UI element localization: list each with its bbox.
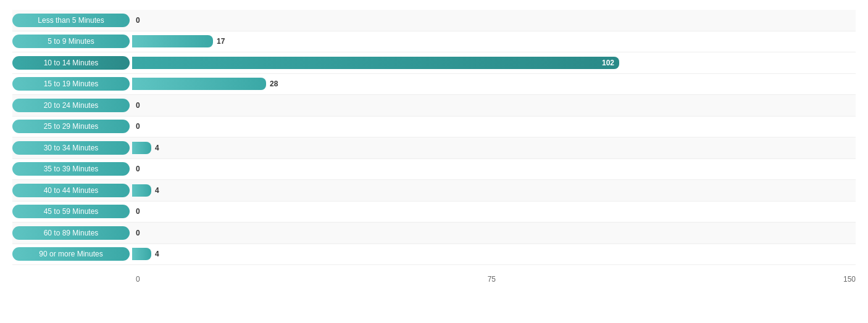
bar-value: 0 bbox=[136, 207, 140, 216]
bar-row: 35 to 39 Minutes 0 bbox=[12, 159, 856, 181]
bar-section: 0 bbox=[130, 10, 856, 30]
bar-label-pill: 40 to 44 Minutes bbox=[12, 184, 130, 197]
bar-section: 4 bbox=[130, 181, 856, 200]
bar-value: 4 bbox=[155, 186, 159, 195]
bar-row: 25 to 29 Minutes 0 bbox=[12, 117, 856, 138]
bar-fill bbox=[132, 35, 213, 47]
bar-value: 0 bbox=[136, 122, 140, 131]
bar-row: 10 to 14 Minutes 102 bbox=[12, 52, 856, 74]
chart-area: Less than 5 Minutes 0 5 to 9 Minutes 17 … bbox=[12, 10, 856, 284]
bar-row: 90 or more Minutes 4 bbox=[12, 244, 856, 266]
bar-fill bbox=[132, 184, 151, 197]
bar-row: 5 to 9 Minutes 17 bbox=[12, 31, 856, 53]
bar-section: 0 bbox=[130, 117, 856, 137]
bar-row: 15 to 19 Minutes 28 bbox=[12, 74, 856, 96]
bar-value: 17 bbox=[217, 37, 225, 46]
bar-label-pill: Less than 5 Minutes bbox=[12, 14, 130, 27]
bar-fill: 102 bbox=[132, 57, 619, 69]
bar-label-pill: 5 to 9 Minutes bbox=[12, 35, 130, 48]
bar-fill bbox=[132, 142, 151, 154]
bar-section: 0 bbox=[130, 96, 856, 115]
bar-fill bbox=[132, 248, 151, 260]
bar-row: 20 to 24 Minutes 0 bbox=[12, 95, 856, 117]
bar-label-pill: 60 to 89 Minutes bbox=[12, 226, 130, 240]
bar-section: 0 bbox=[130, 160, 856, 179]
bar-value: 4 bbox=[155, 144, 159, 152]
bar-value: 28 bbox=[270, 80, 278, 88]
bar-label-pill: 45 to 59 Minutes bbox=[12, 205, 130, 218]
bar-row: 30 to 34 Minutes 4 bbox=[12, 137, 856, 159]
bar-section: 28 bbox=[130, 75, 856, 94]
bar-row: Less than 5 Minutes 0 bbox=[12, 10, 856, 31]
bar-label-pill: 10 to 14 Minutes bbox=[12, 56, 130, 70]
x-axis-label: 0 bbox=[136, 275, 140, 284]
bar-section: 4 bbox=[130, 138, 856, 158]
bar-label-pill: 20 to 24 Minutes bbox=[12, 99, 130, 112]
bar-row: 40 to 44 Minutes 4 bbox=[12, 180, 856, 202]
x-axis-label: 75 bbox=[488, 275, 496, 284]
bar-value: 0 bbox=[136, 16, 140, 25]
bar-section: 0 bbox=[130, 202, 856, 222]
bar-section: 102 bbox=[130, 53, 856, 73]
bar-section: 17 bbox=[130, 32, 856, 52]
bar-label-pill: 25 to 29 Minutes bbox=[12, 120, 130, 133]
bar-section: 4 bbox=[130, 245, 856, 264]
bar-value: 0 bbox=[136, 165, 140, 173]
bar-value: 0 bbox=[136, 101, 140, 110]
bar-label-pill: 15 to 19 Minutes bbox=[12, 77, 130, 91]
bar-value: 4 bbox=[155, 250, 159, 258]
x-axis: 075150 bbox=[136, 275, 856, 284]
chart-container: Less than 5 Minutes 0 5 to 9 Minutes 17 … bbox=[0, 0, 868, 323]
bar-label-pill: 90 or more Minutes bbox=[12, 247, 130, 261]
bar-value: 102 bbox=[602, 59, 619, 67]
bar-label-pill: 35 to 39 Minutes bbox=[12, 162, 130, 176]
bars-container: Less than 5 Minutes 0 5 to 9 Minutes 17 … bbox=[12, 10, 856, 265]
bar-section: 0 bbox=[130, 223, 856, 243]
x-axis-label: 150 bbox=[843, 275, 856, 284]
bar-label-pill: 30 to 34 Minutes bbox=[12, 141, 130, 155]
bar-fill bbox=[132, 78, 266, 90]
bar-row: 45 to 59 Minutes 0 bbox=[12, 202, 856, 223]
bar-value: 0 bbox=[136, 229, 140, 237]
bar-row: 60 to 89 Minutes 0 bbox=[12, 223, 856, 244]
